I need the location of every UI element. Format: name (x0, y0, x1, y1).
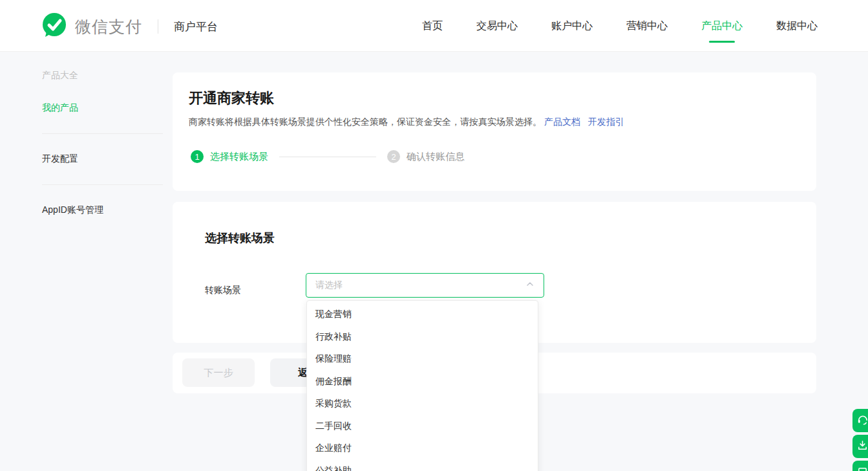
description-text: 商家转账将根据具体转账场景提供个性化安全策略，保证资金安全，请按真实场景选择。 (189, 116, 542, 127)
nav-item-products[interactable]: 产品中心 (701, 0, 743, 52)
customer-service-button[interactable] (852, 409, 868, 432)
brand-separator (158, 19, 158, 34)
sidebar: 产品大全 我的产品 开发配置 AppID账号管理 (42, 70, 163, 216)
customer-service-icon (857, 414, 868, 428)
option-cash-marketing[interactable]: 现金营销 (307, 303, 538, 326)
nav-item-transactions[interactable]: 交易中心 (476, 0, 518, 52)
sidebar-item-appid-management[interactable]: AppID账号管理 (42, 204, 163, 216)
top-header: 微信支付 商户平台 首页 交易中心 账户中心 营销中心 产品中心 数据中心 (0, 0, 868, 52)
brand: 微信支付 商户平台 (41, 12, 218, 41)
nav-item-data[interactable]: 数据中心 (776, 0, 818, 52)
chevron-up-icon (525, 279, 535, 291)
brand-name: 微信支付 (75, 16, 142, 38)
option-secondhand-recycle[interactable]: 二手回收 (307, 415, 538, 438)
feedback-button[interactable] (852, 435, 868, 458)
option-procurement[interactable]: 采购货款 (307, 393, 538, 415)
scenario-field-label: 转账场景 (205, 285, 241, 296)
sidebar-divider (42, 184, 163, 185)
sidebar-item-my-products[interactable]: 我的产品 (42, 102, 163, 114)
stepper: 1 选择转账场景 2 确认转账信息 (191, 150, 465, 163)
nav-item-account[interactable]: 账户中心 (551, 0, 593, 52)
page-description: 商家转账将根据具体转账场景提供个性化安全策略，保证资金安全，请按真实场景选择。 … (189, 115, 624, 128)
scenario-select[interactable]: 请选择 (306, 273, 544, 298)
option-insurance-claim[interactable]: 保险理赔 (307, 348, 538, 371)
nav-item-home[interactable]: 首页 (422, 0, 443, 52)
page-title: 开通商家转账 (189, 89, 274, 108)
option-admin-subsidy[interactable]: 行政补贴 (307, 326, 538, 349)
step-1-label: 选择转账场景 (210, 151, 268, 163)
product-doc-link[interactable]: 产品文档 (544, 116, 580, 127)
sidebar-divider (42, 133, 163, 134)
portal-name: 商户平台 (174, 19, 218, 34)
option-public-welfare[interactable]: 公益补助 (307, 460, 538, 471)
intro-card: 开通商家转账 商家转账将根据具体转账场景提供个性化安全策略，保证资金安全，请按真… (173, 72, 816, 191)
scenario-dropdown: 现金营销 行政补贴 保险理赔 佣金报酬 采购货款 二手回收 企业赔付 公益补助 (306, 300, 538, 471)
sidebar-section-label: 产品大全 (42, 70, 163, 82)
dev-guide-link[interactable]: 开发指引 (588, 116, 624, 127)
main-nav: 首页 交易中心 账户中心 营销中心 产品中心 数据中心 (422, 0, 818, 52)
select-placeholder: 请选择 (315, 279, 525, 291)
wechat-pay-logo-icon (41, 12, 67, 41)
step-connector (279, 157, 376, 157)
option-commission[interactable]: 佣金报酬 (307, 371, 538, 393)
more-icon (857, 466, 868, 471)
form-heading: 选择转账场景 (205, 230, 275, 246)
feedback-icon (857, 440, 868, 454)
step-1-circle: 1 (191, 150, 204, 163)
step-2-label: 确认转账信息 (407, 151, 465, 163)
sidebar-item-dev-config[interactable]: 开发配置 (42, 153, 163, 165)
nav-item-marketing[interactable]: 营销中心 (626, 0, 668, 52)
step-2-circle: 2 (387, 150, 400, 163)
option-enterprise-compensation[interactable]: 企业赔付 (307, 437, 538, 460)
more-tools-button[interactable] (852, 461, 868, 471)
next-step-button[interactable]: 下一步 (182, 358, 255, 387)
merchant-platform-page: 微信支付 商户平台 首页 交易中心 账户中心 营销中心 产品中心 数据中心 产品… (0, 0, 868, 471)
